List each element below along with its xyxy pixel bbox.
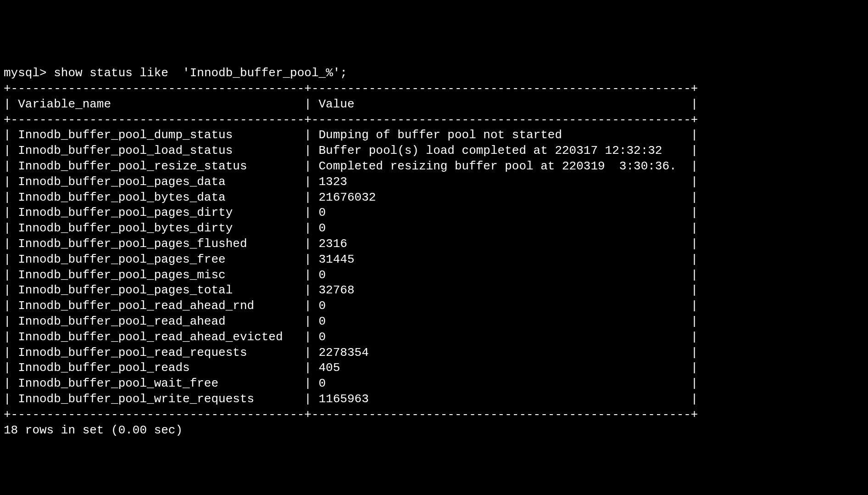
table-border-mid: +---------------------------------------… — [4, 113, 698, 127]
terminal-output: mysql> show status like 'Innodb_buffer_p… — [4, 66, 868, 438]
table-header-row: | Variable_name | Value | — [4, 97, 698, 111]
table-border-bottom: +---------------------------------------… — [4, 408, 698, 422]
sql-command: show status like 'Innodb_buffer_pool_%'; — [54, 66, 347, 80]
mysql-prompt: mysql> — [4, 66, 47, 80]
table-body: | Innodb_buffer_pool_dump_status | Dumpi… — [4, 128, 698, 406]
table-border-top: +---------------------------------------… — [4, 82, 698, 96]
result-footer: 18 rows in set (0.00 sec) — [4, 423, 183, 437]
